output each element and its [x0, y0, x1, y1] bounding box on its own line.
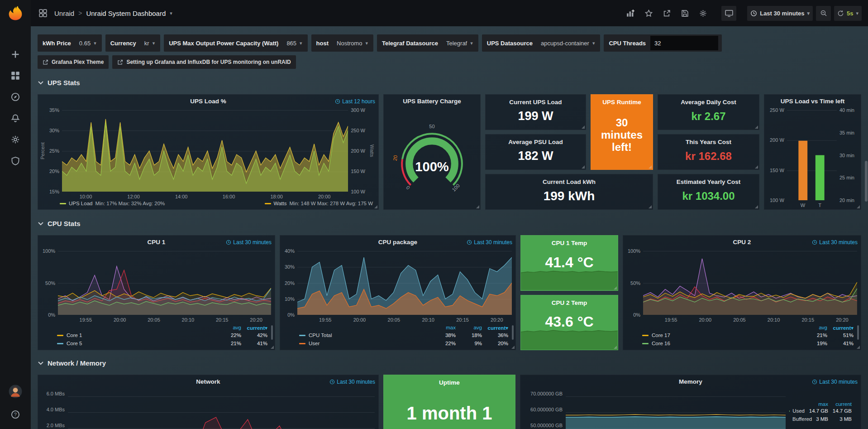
plot-area[interactable] [566, 390, 786, 429]
user-avatar[interactable] [8, 384, 23, 399]
cpu-threads-input[interactable] [650, 36, 718, 50]
plot-area[interactable]: 10:00 12:00 14:00 16:00 18:00 20:00 [62, 110, 348, 192]
dashboard-link-ups-guide[interactable]: Setting up Grafana and InfluxDB for UPS … [112, 55, 296, 69]
panel-title[interactable]: Uptime [439, 379, 460, 386]
legend-col-header[interactable]: max [805, 401, 828, 407]
time-range-badge[interactable]: Last 30 minutes [329, 379, 375, 385]
dashboard-title[interactable]: Unraid System Dashboard [86, 10, 166, 17]
cycle-view-button[interactable] [721, 6, 736, 21]
panel-title[interactable]: UPS Battery Charge [384, 98, 480, 105]
panel-header[interactable]: CPU 1 Last 30 minutes [38, 236, 275, 248]
y-tick-label: 70.000000 GB [530, 391, 563, 396]
breadcrumb-folder[interactable]: Unraid [54, 10, 74, 17]
panel-header[interactable]: UPS Battery Charge [384, 95, 480, 107]
dashboard-link-plex-theme[interactable]: Grafana Plex Theme [38, 55, 109, 69]
sidebar-item-configuration[interactable] [8, 132, 23, 147]
panel-header[interactable]: UPS Load vs Time left [764, 95, 861, 107]
panel-header[interactable]: CPU 2 Last 30 minutes [623, 236, 861, 248]
title-caret-icon[interactable]: ▾ [170, 10, 172, 16]
plot-area[interactable]: 19:55 20:00 20:05 20:10 20:15 20:20 [58, 251, 271, 315]
dashboard-grid-button[interactable] [35, 6, 50, 21]
panel-title[interactable]: Network [38, 378, 378, 385]
panel-title[interactable]: CPU 2 Temp [552, 299, 587, 306]
time-range-badge[interactable]: Last 30 minutes [812, 239, 858, 246]
panel-title[interactable]: UPS Load vs Time left [764, 98, 861, 105]
sidebar-item-explore[interactable] [8, 89, 23, 105]
panel-average-daily-cost: Average Daily Cost kr 2.67 [658, 94, 759, 130]
plot-area[interactable] [68, 390, 375, 429]
caret-down-icon: ▾ [365, 40, 368, 46]
plot-area[interactable]: 19:55 20:00 20:05 20:10 20:15 20:20 [643, 251, 857, 315]
share-dashboard-button[interactable] [659, 6, 674, 21]
legend-scrollbar[interactable] [512, 325, 514, 340]
help-button[interactable]: ? [8, 407, 23, 422]
sidebar-item-dashboards[interactable] [8, 68, 23, 83]
series-name[interactable]: UPS Load [69, 201, 92, 206]
sidebar-item-server-admin[interactable] [8, 153, 23, 169]
x-tick-label: 20:00 [699, 317, 712, 323]
legend-scrollbar[interactable] [271, 325, 273, 340]
time-range-badge[interactable]: Last 30 minutes [812, 379, 858, 385]
refresh-button[interactable]: 5s ▾ [834, 6, 862, 21]
section-header-cpu-stats[interactable]: CPU Stats [38, 217, 861, 230]
dashboard-settings-button[interactable] [696, 6, 711, 21]
time-range-badge[interactable]: Last 30 minutes [226, 239, 272, 246]
legend-col-header[interactable]: current▾ [827, 325, 854, 331]
panel-title[interactable]: Average Daily Cost [681, 99, 736, 106]
series-name[interactable]: Core 5 [67, 341, 82, 346]
series-name[interactable]: User [309, 341, 320, 346]
panel-title[interactable]: UPS Load % [38, 98, 378, 105]
legend-col-header[interactable]: max [429, 325, 456, 331]
legend-col-header[interactable]: avg [801, 325, 827, 331]
scrollbar-thumb[interactable] [865, 161, 868, 202]
panel-title[interactable]: Memory [520, 378, 861, 385]
panel-title[interactable]: This Years Cost [686, 139, 731, 145]
series-name[interactable]: Core 16 [652, 341, 670, 346]
panel-title[interactable]: Average PSU Load [508, 139, 563, 145]
series-name[interactable]: Watts [274, 201, 287, 206]
legend-col-header[interactable]: avg [215, 325, 241, 331]
panel-title[interactable]: Estimated Yearly Cost [677, 178, 741, 185]
section-header-ups-stats[interactable]: UPS Stats [38, 77, 861, 89]
panel-header[interactable]: CPU package Last 30 minutes [280, 236, 515, 248]
variable-currency: Currency kr▾ [105, 34, 160, 52]
grafana-logo[interactable] [6, 4, 24, 22]
variable-value-dropdown[interactable]: Telegraf▾ [443, 34, 477, 52]
series-name[interactable]: Used [792, 408, 805, 414]
save-dashboard-button[interactable] [677, 6, 692, 21]
legend-col-header[interactable]: current▾ [482, 325, 508, 331]
variable-value-dropdown[interactable]: kr▾ [141, 34, 158, 52]
panel-title[interactable]: Current Load kWh [543, 178, 596, 185]
series-name[interactable]: CPU Total [309, 333, 332, 338]
series-name[interactable]: Core 1 [67, 333, 82, 338]
plot-area[interactable]: 19:55 20:00 20:05 20:10 20:15 20:20 [297, 251, 512, 315]
legend-col-header[interactable]: current▾ [241, 325, 267, 331]
page-scrollbar[interactable] [865, 0, 868, 429]
variable-host: host Nostromo▾ [311, 34, 373, 52]
variable-value-dropdown[interactable]: 0.65▾ [76, 34, 100, 52]
section-header-network-memory[interactable]: Network / Memory [38, 357, 861, 369]
plot-area[interactable]: W T [787, 110, 837, 200]
panel-header[interactable]: UPS Load % Last 12 hours [38, 95, 378, 107]
star-dashboard-button[interactable] [641, 6, 656, 21]
panel-title[interactable]: CPU 1 Temp [552, 240, 587, 246]
variable-value-dropdown[interactable]: Nostromo▾ [333, 34, 372, 52]
panel-header[interactable]: Memory Last 30 minutes [520, 375, 861, 388]
add-panel-button[interactable] [623, 6, 638, 21]
sidebar-item-alerting[interactable] [8, 111, 23, 126]
sidebar-item-create[interactable] [8, 47, 23, 62]
panel-average-psu-load: Average PSU Load 182 W [485, 134, 586, 170]
zoom-out-button[interactable] [816, 6, 831, 21]
time-range-picker[interactable]: Last 30 minutes ▾ [747, 6, 813, 21]
panel-title[interactable]: UPS Runtime [602, 99, 641, 106]
time-range-badge[interactable]: Last 30 minutes [467, 239, 512, 246]
variable-value-dropdown[interactable]: apcupsd-container▾ [537, 34, 599, 52]
variable-value-dropdown[interactable]: 865▾ [283, 34, 305, 52]
panel-title[interactable]: Current UPS Load [509, 99, 562, 106]
series-name[interactable]: Core 17 [652, 333, 670, 338]
panel-header[interactable]: Network Last 30 minutes [38, 375, 378, 388]
time-range-badge[interactable]: Last 12 hours [335, 98, 375, 105]
legend-col-header[interactable]: current [828, 401, 852, 407]
legend-scrollbar[interactable] [857, 325, 859, 340]
legend-col-header[interactable]: avg [456, 325, 482, 331]
